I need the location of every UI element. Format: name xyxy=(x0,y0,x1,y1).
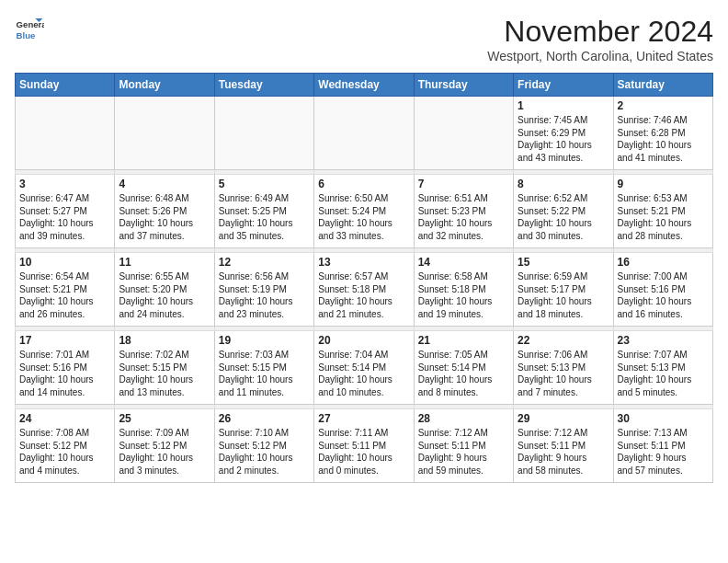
day-number: 7 xyxy=(418,178,509,190)
calendar-cell: 6Sunrise: 6:50 AM Sunset: 5:24 PM Daylig… xyxy=(314,175,414,248)
day-number: 2 xyxy=(618,99,709,112)
cell-sun-info: Sunrise: 6:47 AM Sunset: 5:27 PM Dayligh… xyxy=(19,192,110,242)
calendar-cell: 14Sunrise: 6:58 AM Sunset: 5:18 PM Dayli… xyxy=(414,253,513,327)
day-number: 25 xyxy=(119,412,210,425)
col-header-thursday: Thursday xyxy=(414,74,513,97)
day-number: 3 xyxy=(19,178,110,190)
day-number: 13 xyxy=(318,256,409,269)
calendar-cell: 10Sunrise: 6:54 AM Sunset: 5:21 PM Dayli… xyxy=(16,253,115,327)
calendar-cell: 25Sunrise: 7:09 AM Sunset: 5:12 PM Dayli… xyxy=(115,409,214,483)
cell-sun-info: Sunrise: 7:06 AM Sunset: 5:13 PM Dayligh… xyxy=(518,349,609,398)
header: General Blue November 2024 Westport, Nor… xyxy=(15,15,713,63)
cell-sun-info: Sunrise: 7:05 AM Sunset: 5:14 PM Dayligh… xyxy=(418,349,509,398)
day-number: 16 xyxy=(618,256,709,269)
cell-sun-info: Sunrise: 6:52 AM Sunset: 5:22 PM Dayligh… xyxy=(518,192,609,242)
calendar-cell: 11Sunrise: 6:55 AM Sunset: 5:20 PM Dayli… xyxy=(115,253,214,327)
day-number: 5 xyxy=(219,178,310,190)
svg-text:General: General xyxy=(17,19,44,29)
calendar-week-3: 10Sunrise: 6:54 AM Sunset: 5:21 PM Dayli… xyxy=(16,253,713,327)
cell-sun-info: Sunrise: 6:56 AM Sunset: 5:19 PM Dayligh… xyxy=(219,270,310,320)
calendar-cell: 9Sunrise: 6:53 AM Sunset: 5:21 PM Daylig… xyxy=(613,175,712,248)
calendar-cell: 19Sunrise: 7:03 AM Sunset: 5:15 PM Dayli… xyxy=(214,331,313,405)
day-number: 1 xyxy=(518,99,609,112)
calendar: SundayMondayTuesdayWednesdayThursdayFrid… xyxy=(15,73,713,483)
day-number: 10 xyxy=(19,256,110,269)
day-number: 15 xyxy=(518,256,609,269)
day-number: 23 xyxy=(618,334,709,347)
calendar-cell xyxy=(314,97,414,170)
calendar-cell: 5Sunrise: 6:49 AM Sunset: 5:25 PM Daylig… xyxy=(214,175,313,248)
cell-sun-info: Sunrise: 7:07 AM Sunset: 5:13 PM Dayligh… xyxy=(618,349,709,398)
calendar-cell: 3Sunrise: 6:47 AM Sunset: 5:27 PM Daylig… xyxy=(16,175,115,248)
col-header-sunday: Sunday xyxy=(16,74,115,97)
calendar-cell: 21Sunrise: 7:05 AM Sunset: 5:14 PM Dayli… xyxy=(414,331,513,405)
cell-sun-info: Sunrise: 6:54 AM Sunset: 5:21 PM Dayligh… xyxy=(19,270,110,320)
calendar-cell: 8Sunrise: 6:52 AM Sunset: 5:22 PM Daylig… xyxy=(514,175,613,248)
day-number: 4 xyxy=(119,178,210,190)
cell-sun-info: Sunrise: 6:50 AM Sunset: 5:24 PM Dayligh… xyxy=(318,192,409,242)
cell-sun-info: Sunrise: 7:12 AM Sunset: 5:11 PM Dayligh… xyxy=(518,427,609,477)
calendar-cell xyxy=(115,97,214,170)
cell-sun-info: Sunrise: 6:51 AM Sunset: 5:23 PM Dayligh… xyxy=(418,192,509,242)
col-header-saturday: Saturday xyxy=(613,74,712,97)
calendar-cell: 30Sunrise: 7:13 AM Sunset: 5:11 PM Dayli… xyxy=(613,409,712,483)
day-number: 17 xyxy=(19,334,110,347)
cell-sun-info: Sunrise: 6:53 AM Sunset: 5:21 PM Dayligh… xyxy=(618,192,709,242)
day-number: 18 xyxy=(119,334,210,347)
cell-sun-info: Sunrise: 7:02 AM Sunset: 5:15 PM Dayligh… xyxy=(119,349,210,398)
calendar-cell xyxy=(16,97,115,170)
calendar-cell: 2Sunrise: 7:46 AM Sunset: 6:28 PM Daylig… xyxy=(613,97,712,170)
col-header-monday: Monday xyxy=(115,74,214,97)
day-number: 8 xyxy=(518,178,609,190)
calendar-cell xyxy=(414,97,513,170)
cell-sun-info: Sunrise: 6:57 AM Sunset: 5:18 PM Dayligh… xyxy=(318,270,409,320)
calendar-cell: 13Sunrise: 6:57 AM Sunset: 5:18 PM Dayli… xyxy=(314,253,414,327)
calendar-cell: 27Sunrise: 7:11 AM Sunset: 5:11 PM Dayli… xyxy=(314,409,414,483)
cell-sun-info: Sunrise: 7:08 AM Sunset: 5:12 PM Dayligh… xyxy=(19,427,110,477)
calendar-cell: 20Sunrise: 7:04 AM Sunset: 5:14 PM Dayli… xyxy=(314,331,414,405)
month-title: November 2024 xyxy=(487,15,713,49)
calendar-cell: 1Sunrise: 7:45 AM Sunset: 6:29 PM Daylig… xyxy=(514,97,613,170)
day-number: 22 xyxy=(518,334,609,347)
calendar-cell: 24Sunrise: 7:08 AM Sunset: 5:12 PM Dayli… xyxy=(16,409,115,483)
day-number: 14 xyxy=(418,256,509,269)
calendar-cell: 28Sunrise: 7:12 AM Sunset: 5:11 PM Dayli… xyxy=(414,409,513,483)
cell-sun-info: Sunrise: 7:09 AM Sunset: 5:12 PM Dayligh… xyxy=(119,427,210,477)
calendar-cell: 22Sunrise: 7:06 AM Sunset: 5:13 PM Dayli… xyxy=(514,331,613,405)
day-number: 28 xyxy=(418,412,509,425)
calendar-cell: 29Sunrise: 7:12 AM Sunset: 5:11 PM Dayli… xyxy=(514,409,613,483)
day-number: 20 xyxy=(318,334,409,347)
calendar-cell: 23Sunrise: 7:07 AM Sunset: 5:13 PM Dayli… xyxy=(613,331,712,405)
calendar-cell: 4Sunrise: 6:48 AM Sunset: 5:26 PM Daylig… xyxy=(115,175,214,248)
calendar-cell xyxy=(214,97,313,170)
calendar-cell: 7Sunrise: 6:51 AM Sunset: 5:23 PM Daylig… xyxy=(414,175,513,248)
cell-sun-info: Sunrise: 7:13 AM Sunset: 5:11 PM Dayligh… xyxy=(618,427,709,477)
logo-icon: General Blue xyxy=(15,15,44,44)
day-number: 11 xyxy=(119,256,210,269)
title-area: November 2024 Westport, North Carolina, … xyxy=(487,15,713,63)
calendar-cell: 17Sunrise: 7:01 AM Sunset: 5:16 PM Dayli… xyxy=(16,331,115,405)
col-header-friday: Friday xyxy=(514,74,613,97)
calendar-cell: 18Sunrise: 7:02 AM Sunset: 5:15 PM Dayli… xyxy=(115,331,214,405)
calendar-week-2: 3Sunrise: 6:47 AM Sunset: 5:27 PM Daylig… xyxy=(16,175,713,248)
day-number: 19 xyxy=(219,334,310,347)
day-number: 29 xyxy=(518,412,609,425)
cell-sun-info: Sunrise: 7:12 AM Sunset: 5:11 PM Dayligh… xyxy=(418,427,509,477)
svg-text:Blue: Blue xyxy=(17,30,36,40)
calendar-cell: 12Sunrise: 6:56 AM Sunset: 5:19 PM Dayli… xyxy=(214,253,313,327)
cell-sun-info: Sunrise: 7:45 AM Sunset: 6:29 PM Dayligh… xyxy=(518,114,609,164)
cell-sun-info: Sunrise: 7:01 AM Sunset: 5:16 PM Dayligh… xyxy=(19,349,110,398)
cell-sun-info: Sunrise: 7:11 AM Sunset: 5:11 PM Dayligh… xyxy=(318,427,409,477)
cell-sun-info: Sunrise: 7:10 AM Sunset: 5:12 PM Dayligh… xyxy=(219,427,310,477)
day-number: 21 xyxy=(418,334,509,347)
day-number: 26 xyxy=(219,412,310,425)
logo: General Blue xyxy=(15,15,44,44)
day-number: 12 xyxy=(219,256,310,269)
day-number: 30 xyxy=(618,412,709,425)
col-header-wednesday: Wednesday xyxy=(314,74,414,97)
cell-sun-info: Sunrise: 7:03 AM Sunset: 5:15 PM Dayligh… xyxy=(219,349,310,398)
calendar-cell: 15Sunrise: 6:59 AM Sunset: 5:17 PM Dayli… xyxy=(514,253,613,327)
day-number: 6 xyxy=(318,178,409,190)
cell-sun-info: Sunrise: 7:04 AM Sunset: 5:14 PM Dayligh… xyxy=(318,349,409,398)
day-number: 24 xyxy=(19,412,110,425)
